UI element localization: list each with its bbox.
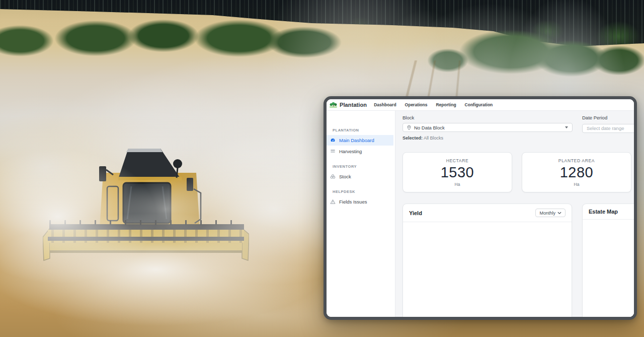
block-select[interactable]: No Data Block [403, 123, 573, 132]
top-menu: Dashboard Operations Reporting Configura… [374, 102, 493, 107]
yield-period-value: Monthly [539, 211, 555, 216]
sidebar-item-fields-issues[interactable]: Fields Issues [327, 196, 393, 207]
nav-operations[interactable]: Operations [405, 102, 428, 107]
panels-row: Yield Monthly Estate Map [403, 204, 634, 317]
yield-period-dropdown[interactable]: Monthly [535, 209, 566, 217]
combine-harvester [43, 139, 249, 262]
chevron-down-icon [557, 212, 561, 215]
estate-map-title: Estate Map [589, 209, 618, 215]
sidebar-item-harvesting[interactable]: Harvesting [327, 146, 393, 157]
forest-treeline [0, 0, 644, 50]
date-range-input[interactable] [582, 124, 634, 133]
stat-title: PLANTED AREA [558, 158, 595, 163]
filters-row: Block No Data Block Selected: All Blocks [403, 115, 634, 141]
stat-value: 1530 [441, 165, 474, 180]
sidebar-item-label: Stock [339, 174, 351, 179]
selected-value: All Blocks [424, 136, 443, 141]
sidebar-item-stock[interactable]: Stock [327, 171, 393, 182]
sidebar-item-label: Main Dashboard [339, 138, 374, 143]
sidebar-section-inventory: INVENTORY [333, 164, 395, 169]
dashboard-gauge-icon [330, 138, 336, 143]
stat-title: HECTARE [446, 158, 469, 163]
sidebar-section-plantation: PLANTATION [333, 128, 395, 133]
sidebar-item-label: Fields Issues [339, 199, 367, 205]
estate-map-panel: Estate Map [582, 204, 634, 317]
yield-panel: Yield Monthly [403, 204, 572, 317]
sidebar-item-label: Harvesting [339, 149, 362, 154]
nav-reporting[interactable]: Reporting [436, 102, 456, 107]
main-content: Block No Data Block Selected: All Blocks [395, 111, 634, 317]
stat-value: 1280 [560, 165, 594, 180]
plantation-logo-icon [330, 102, 337, 108]
yield-chart-area [403, 222, 572, 317]
brand-logo-link[interactable]: Plantation [330, 102, 367, 108]
chevron-down-icon [565, 126, 568, 128]
sidebar: PLANTATION Main Dashboard Harvesting INV [327, 111, 395, 317]
brand-name: Plantation [340, 102, 367, 108]
warning-triangle-icon [330, 199, 336, 205]
block-select-value: No Data Block [414, 125, 445, 130]
stat-cards-row: HECTARE 1530 Ha PLANTED AREA 1280 Ha [403, 152, 634, 192]
coins-icon [330, 174, 336, 179]
bushes-left [0, 13, 352, 61]
sidebar-section-helpdesk: HELPDESK [333, 189, 395, 194]
app-window: Plantation Dashboard Operations Reportin… [324, 96, 637, 320]
harvest-list-icon [330, 149, 336, 154]
stat-card-hectare: HECTARE 1530 Ha [403, 152, 512, 192]
date-period-label: Date Period [582, 115, 634, 120]
nav-configuration[interactable]: Configuration [465, 102, 493, 107]
estate-map-area [583, 220, 634, 317]
map-pin-icon [407, 125, 411, 130]
selected-label: Selected: [403, 136, 423, 141]
sidebar-item-main-dashboard[interactable]: Main Dashboard [327, 135, 393, 146]
stat-unit: Ha [574, 182, 580, 187]
yield-panel-title: Yield [409, 210, 422, 216]
stat-unit: Ha [455, 182, 460, 187]
nav-dashboard[interactable]: Dashboard [374, 102, 396, 107]
stat-card-planted-area: PLANTED AREA 1280 Ha [522, 152, 631, 192]
selected-blocks-line: Selected: All Blocks [403, 136, 573, 141]
top-navbar: Plantation Dashboard Operations Reportin… [327, 99, 634, 111]
bushes-right [418, 29, 644, 82]
block-label: Block [403, 115, 573, 120]
